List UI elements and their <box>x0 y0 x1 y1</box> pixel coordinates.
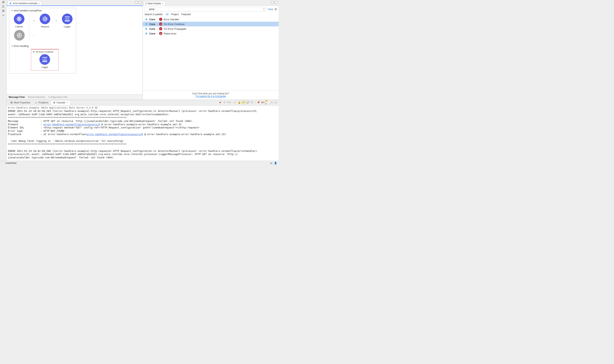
palette-item-on-error-propagate[interactable]: Core›↩On Error Propagate <box>143 26 279 31</box>
flow-canvas[interactable]: ▼ error-handlers-normalFlow Listener <box>7 5 143 94</box>
error-type-icon: ↪ <box>159 23 162 26</box>
gutter-icon-4[interactable]: ▭ <box>1 14 5 16</box>
globe-arrow-icon <box>42 16 48 22</box>
mule-icon <box>145 18 148 21</box>
arrow-back-icon: ← <box>33 34 36 37</box>
error-type-icon: ↩ <box>159 27 162 30</box>
filter-project[interactable]: Project <box>171 13 178 16</box>
node-on-error-logger[interactable]: LOG Logger <box>38 54 52 68</box>
node-logger[interactable]: LOG Logger <box>61 13 74 28</box>
footer-exchange-link[interactable]: Try looking for it in Exchange <box>195 95 226 98</box>
editor-tab-label: error-handlers-example <box>13 2 38 5</box>
clear-link[interactable]: Clear <box>268 8 273 11</box>
pin-console-button[interactable]: 📌 <box>257 101 260 104</box>
editor-bottom-tabs: Message Flow Global Elements Configurati… <box>7 94 143 100</box>
console-icon: 🖥 <box>53 101 55 104</box>
chevron-right-icon: › <box>157 18 158 21</box>
mule-icon <box>145 32 148 35</box>
gear-icon: ⚙ <box>10 101 13 104</box>
status-icon-2[interactable]: 👤 <box>274 162 277 165</box>
chevron-right-icon: › <box>157 32 158 35</box>
mule-icon <box>145 27 148 30</box>
chevron-right-icon: › <box>157 27 158 30</box>
minimize-pane-icon[interactable] <box>271 1 274 3</box>
palette-item-category: Core <box>150 23 155 26</box>
palette-tab[interactable]: ☰ Mule Palette × <box>144 1 165 5</box>
status-path: mule/#text <box>5 162 16 165</box>
editor-tab[interactable]: error-handlers-example × <box>8 1 42 5</box>
tab-mule-properties[interactable]: ⚙ Mule Properties <box>8 100 33 105</box>
console-tabbar: ⚙ Mule Properties ⚠ Problems 🖥 Console ×… <box>7 100 279 105</box>
maximize-pane-icon[interactable] <box>139 1 141 3</box>
console-toolbar: ■ ✖ ✖✖ 🧹 🔒 ↩ 💬 🗨 📌 🖥▾ 📂▾ ▭ ◻ <box>218 101 277 104</box>
scroll-lock-button[interactable]: 🔒 <box>237 101 241 104</box>
gutter-icon-2[interactable]: ☰ <box>1 5 5 8</box>
clear-console-button[interactable]: 🧹 <box>233 101 237 104</box>
gutter-icon-3[interactable]: ⌘ <box>1 10 5 12</box>
toggle-button[interactable]: 🗨 <box>250 101 254 104</box>
flow-container[interactable]: ▼ error-handlers-normalFlow Listener <box>9 8 76 74</box>
palette-item-category: Core <box>150 18 155 21</box>
arrow-icon: → <box>32 19 36 23</box>
open-console-button[interactable]: 📂▾ <box>265 101 269 104</box>
close-icon[interactable]: × <box>39 2 40 5</box>
node-listener[interactable]: Listener <box>13 13 26 28</box>
node-request[interactable]: Request <box>38 13 52 28</box>
log-icon: LOG <box>65 16 70 22</box>
gear-icon[interactable]: ⚙ <box>274 8 277 11</box>
collapse-toggle-icon[interactable]: ▼ <box>11 45 13 47</box>
gutter-icon-1[interactable]: ⌘ <box>1 1 5 3</box>
on-error-continue-box[interactable]: ▼ On Error Continue LOG <box>31 49 59 70</box>
palette-search-input[interactable] <box>144 7 267 12</box>
filter-featured[interactable]: Featured <box>181 13 191 16</box>
error-type-icon: ⚠ <box>159 32 162 35</box>
show-console-button[interactable]: 💬 <box>246 101 250 104</box>
tab-console[interactable]: 🖥 Console × <box>51 100 70 105</box>
collapse-toggle-icon[interactable]: ▼ <box>33 51 35 53</box>
status-icon-1[interactable]: 🗂 <box>270 162 273 165</box>
palette-pane: ☰ Mule Palette × 🔍 ✕ <box>143 0 279 100</box>
maximize-icon[interactable]: ◻ <box>274 101 277 104</box>
palette-item-name: Raise error <box>164 32 177 35</box>
left-gutter-toolbar: ⌘ ☰ ⌘ ▭ <box>0 0 7 161</box>
problems-icon: ⚠ <box>35 101 38 104</box>
display-selected-button[interactable]: 🖥▾ <box>261 101 264 104</box>
console-panel: ⚙ Mule Properties ⚠ Problems 🖥 Console ×… <box>7 100 279 161</box>
remove-all-terminated-button[interactable]: ✖✖ <box>227 101 231 104</box>
palette-footer: Can't find what you are looking for? Try… <box>143 91 279 100</box>
editor-tabbar: error-handlers-example × <box>7 0 143 5</box>
palette-item-error-handler[interactable]: Core›!Error Handler <box>143 17 279 22</box>
filter-all[interactable]: All <box>166 13 168 16</box>
terminate-button[interactable]: ■ <box>218 101 222 104</box>
console-run-header: error-handlers-example [Mule Application… <box>7 105 279 109</box>
palette-item-name: Error Handler <box>164 18 179 21</box>
console-output[interactable]: ERROR 2021-01-19 18:42:04,583 [[error-ha… <box>7 109 279 161</box>
tab-message-flow[interactable]: Message Flow <box>9 96 25 99</box>
status-bar: 📄 mule/#text 🗂 👤 <box>0 161 279 165</box>
clear-search-icon[interactable]: ✕ <box>263 8 265 11</box>
remove-launch-button[interactable]: ✖ <box>223 101 226 104</box>
close-icon[interactable]: × <box>162 2 164 5</box>
minimize-icon[interactable]: ▭ <box>270 101 273 104</box>
footer-text: Can't find what you are looking for? <box>144 92 277 95</box>
stack-link[interactable]: error-handlers-normalFlow/processors/0 <box>87 133 143 136</box>
collapse-toggle-icon[interactable]: ▼ <box>11 10 13 12</box>
flow-divider <box>29 15 29 26</box>
stack-link[interactable]: error-handlers-normalFlow/processors/0 <box>43 123 100 126</box>
palette-tab-label: Mule Palette <box>148 2 161 5</box>
minimize-pane-icon[interactable] <box>135 1 138 3</box>
node-placeholder-connector[interactable] <box>13 30 26 40</box>
close-icon[interactable]: × <box>67 101 68 104</box>
tab-global-elements[interactable]: Global Elements <box>28 96 45 99</box>
on-error-title-label: On Error Continue <box>36 51 53 53</box>
palette-item-on-error-continue[interactable]: Core›↪On Error Continue <box>143 22 279 26</box>
palette-item-category: Core <box>150 27 155 30</box>
word-wrap-button[interactable]: ↩ <box>242 101 245 104</box>
maximize-pane-icon[interactable] <box>275 1 277 3</box>
flow-name: error-handlers-normalFlow <box>14 9 41 12</box>
tab-problems[interactable]: ⚠ Problems <box>33 100 51 105</box>
tab-configuration-xml[interactable]: Configuration XML <box>48 96 68 99</box>
palette-item-raise-error[interactable]: Core›⚠Raise error <box>143 31 279 36</box>
palette-filter-row: Search in palette: All Project Featured <box>143 13 279 17</box>
palette-item-category: Core <box>150 32 155 35</box>
